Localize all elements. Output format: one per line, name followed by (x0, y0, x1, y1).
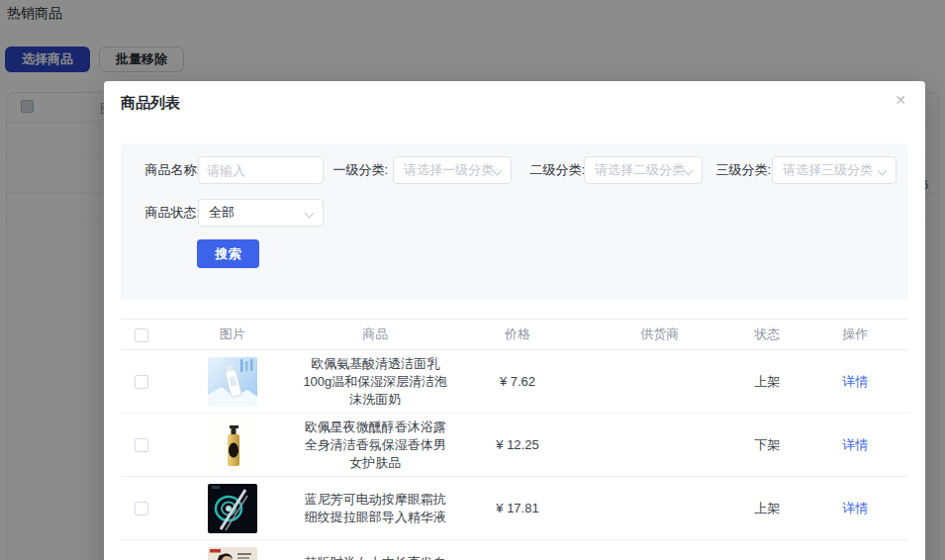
detail-link[interactable]: 详情 (842, 501, 868, 515)
product-name: 欧佩氨基酸清透洁面乳100g温和保湿深层清洁泡沫洗面奶 (303, 355, 449, 409)
row-checkbox[interactable] (135, 375, 148, 389)
row-action-cell: 详情 (802, 435, 908, 454)
product-image (208, 547, 257, 560)
column-header-product: 商品 (303, 326, 449, 343)
product-list-modal: 商品列表 ✕ 商品名称: 一级分类: 请选择一级分类 二级分类: 请选择二级分类… (104, 81, 925, 560)
row-checkbox-cell (121, 436, 162, 454)
row-checkbox-cell (121, 373, 162, 391)
row-checkbox[interactable] (135, 502, 148, 515)
column-header-action: 操作 (802, 326, 908, 343)
row-checkbox-cell (121, 500, 162, 517)
product-status: 上架 (732, 500, 802, 517)
product-price: ¥ 17.81 (448, 501, 587, 515)
product-name: 蓝尼芳可电动按摩眼霜抗细纹提拉眼部导入精华液 (303, 491, 449, 526)
product-table-body: 欧佩氨基酸清透洁面乳100g温和保湿深层清洁泡沫洗面奶¥ 7.62上架详情欧佩星… (121, 350, 908, 560)
table-row: 欧佩氨基酸清透洁面乳100g温和保湿深层清洁泡沫洗面奶¥ 7.62上架详情 (121, 350, 908, 414)
category3-select-value: 请选择三级分类 (783, 162, 873, 177)
product-name-input[interactable] (198, 156, 324, 184)
product-image (208, 357, 257, 407)
category3-label: 三级分类: (713, 156, 771, 184)
table-row: 蓝尼芳可电动按摩眼霜抗细纹提拉眼部导入精华液¥ 17.81上架详情 (121, 477, 908, 540)
table-row: 欧佩星夜微醺醇香沐浴露全身清洁香氛保湿香体男女护肤品¥ 12.25下架详情 (121, 414, 908, 477)
product-name-label: 商品名称: (142, 156, 200, 184)
chevron-down-icon (493, 166, 503, 176)
select-all-checkbox[interactable] (135, 328, 148, 342)
product-image-cell (162, 547, 303, 560)
screen: 热销商品 选择商品 批量移除 图片 16 商品列表 ✕ 商品名称: 一级分类: … (0, 0, 945, 560)
product-status-select[interactable]: 全部 (198, 199, 324, 227)
chevron-down-icon (878, 166, 888, 176)
chevron-down-icon (305, 209, 315, 219)
category3-select[interactable]: 请选择三级分类 (772, 156, 897, 184)
search-button[interactable]: 搜索 (197, 239, 259, 268)
detail-link[interactable]: 详情 (842, 437, 868, 452)
column-header-status: 状态 (732, 326, 802, 343)
category1-select[interactable]: 请选择一级分类 (393, 156, 512, 184)
product-price: ¥ 12.25 (448, 437, 587, 452)
product-price: ¥ 7.62 (448, 374, 587, 389)
product-table: 图片 商品 价格 供货商 状态 操作 欧佩氨基酸清透洁面乳100g温和保湿深层清… (121, 319, 908, 560)
product-image-cell (162, 357, 303, 407)
table-header-checkbox-cell (121, 327, 162, 342)
category2-select-value: 请选择二级分类 (595, 162, 685, 177)
detail-link[interactable]: 详情 (842, 374, 868, 389)
column-header-image: 图片 (162, 326, 303, 343)
product-status: 上架 (732, 373, 802, 391)
column-header-price: 价格 (448, 326, 587, 343)
product-image (208, 484, 257, 533)
product-image (208, 420, 257, 470)
product-name: 韩版时尚女士中长直发自然假发套 (303, 554, 449, 560)
table-header-row: 图片 商品 价格 供货商 状态 操作 (121, 319, 908, 350)
close-icon[interactable]: ✕ (890, 89, 911, 111)
row-action-cell: 详情 (802, 499, 908, 517)
category1-label: 一级分类: (331, 156, 388, 184)
category2-select[interactable]: 请选择二级分类 (584, 156, 703, 184)
category2-label: 二级分类: (527, 156, 585, 184)
row-action-cell: 详情 (802, 372, 908, 391)
product-image-cell (162, 420, 303, 470)
table-row: 韩版时尚女士中长直发自然假发套 (121, 540, 908, 560)
product-status-label: 商品状态: (142, 199, 200, 227)
product-image-cell (162, 484, 303, 533)
product-name: 欧佩星夜微醺醇香沐浴露全身清洁香氛保湿香体男女护肤品 (303, 419, 449, 472)
modal-title: 商品列表 (121, 94, 180, 113)
row-checkbox[interactable] (135, 438, 148, 452)
filter-panel: 商品名称: 一级分类: 请选择一级分类 二级分类: 请选择二级分类 三级分类: … (121, 143, 908, 300)
product-status: 下架 (732, 436, 802, 454)
product-status-select-value: 全部 (209, 205, 235, 220)
chevron-down-icon (684, 166, 694, 176)
column-header-supplier: 供货商 (587, 326, 733, 343)
category1-select-value: 请选择一级分类 (404, 162, 494, 177)
